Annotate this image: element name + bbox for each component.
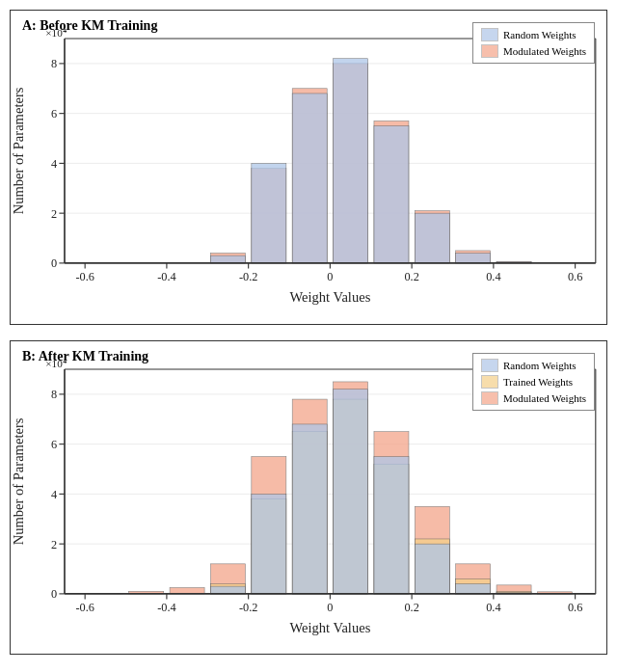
legend-item: Trained Weights: [481, 375, 586, 389]
svg-text:-0.4: -0.4: [157, 270, 175, 283]
svg-rect-18: [456, 254, 491, 263]
svg-text:-0.6: -0.6: [75, 270, 94, 283]
svg-text:8: 8: [51, 388, 57, 401]
svg-rect-59: [170, 587, 204, 593]
chart-before-km-training: A: Before KM Training -0.6-0.4-0.200.20.…: [10, 10, 607, 325]
svg-rect-65: [252, 494, 286, 593]
svg-text:6: 6: [51, 438, 57, 451]
svg-text:6: 6: [51, 107, 57, 121]
legend-color-box: [481, 391, 498, 405]
svg-text:0: 0: [327, 270, 333, 283]
legend-color-box: [481, 375, 498, 389]
svg-text:0: 0: [327, 600, 333, 613]
svg-text:0.6: 0.6: [568, 600, 582, 613]
svg-rect-14: [374, 126, 409, 263]
svg-text:8: 8: [51, 57, 57, 70]
svg-text:4: 4: [51, 157, 57, 171]
legend-color-box: [481, 44, 498, 58]
svg-text:4: 4: [51, 487, 57, 500]
chart-a-legend: Random WeightsModulated Weights: [472, 22, 595, 64]
svg-rect-68: [292, 423, 327, 593]
legend-label: Trained Weights: [503, 376, 573, 388]
svg-text:0.4: 0.4: [486, 600, 500, 613]
svg-text:-0.6: -0.6: [75, 600, 94, 613]
legend-item: Modulated Weights: [481, 44, 586, 58]
svg-text:0.4: 0.4: [486, 270, 500, 283]
svg-rect-74: [374, 456, 409, 593]
svg-rect-6: [210, 255, 245, 263]
svg-text:-0.4: -0.4: [157, 600, 175, 613]
svg-text:0.2: 0.2: [404, 270, 418, 283]
legend-label: Modulated Weights: [503, 45, 586, 57]
legend-item: Random Weights: [481, 28, 586, 41]
svg-text:0.2: 0.2: [404, 600, 418, 613]
legend-label: Random Weights: [503, 360, 577, 371]
svg-rect-8: [252, 163, 286, 262]
svg-text:-0.2: -0.2: [239, 600, 257, 613]
legend-item: Modulated Weights: [481, 391, 586, 405]
svg-rect-10: [292, 94, 327, 263]
svg-text:Number of Parameters: Number of Parameters: [11, 417, 26, 545]
svg-rect-62: [210, 586, 245, 594]
svg-text:-0.2: -0.2: [239, 270, 257, 283]
svg-text:Number of Parameters: Number of Parameters: [11, 87, 26, 214]
svg-text:×10⁴: ×10⁴: [45, 27, 67, 39]
svg-text:2: 2: [51, 207, 57, 221]
svg-text:Weight Values: Weight Values: [289, 289, 370, 305]
svg-text:2: 2: [51, 537, 57, 551]
legend-color-box: [481, 28, 498, 41]
chart-b-legend: Random WeightsTrained WeightsModulated W…: [472, 353, 595, 411]
svg-rect-71: [334, 389, 368, 593]
svg-text:Weight Values: Weight Values: [289, 620, 370, 635]
svg-rect-77: [415, 544, 449, 594]
legend-color-box: [481, 359, 498, 372]
legend-item: Random Weights: [481, 359, 586, 372]
svg-text:0: 0: [51, 587, 57, 601]
svg-rect-80: [456, 583, 491, 593]
legend-label: Modulated Weights: [503, 392, 586, 404]
svg-rect-12: [334, 59, 368, 263]
svg-text:×10⁴: ×10⁴: [45, 357, 67, 368]
chart-after-km-training: B: After KM Training -0.6-0.4-0.200.20.4…: [10, 340, 607, 656]
svg-rect-16: [415, 213, 449, 263]
svg-text:0.6: 0.6: [568, 270, 582, 283]
legend-label: Random Weights: [503, 29, 577, 40]
svg-text:0: 0: [51, 256, 57, 270]
